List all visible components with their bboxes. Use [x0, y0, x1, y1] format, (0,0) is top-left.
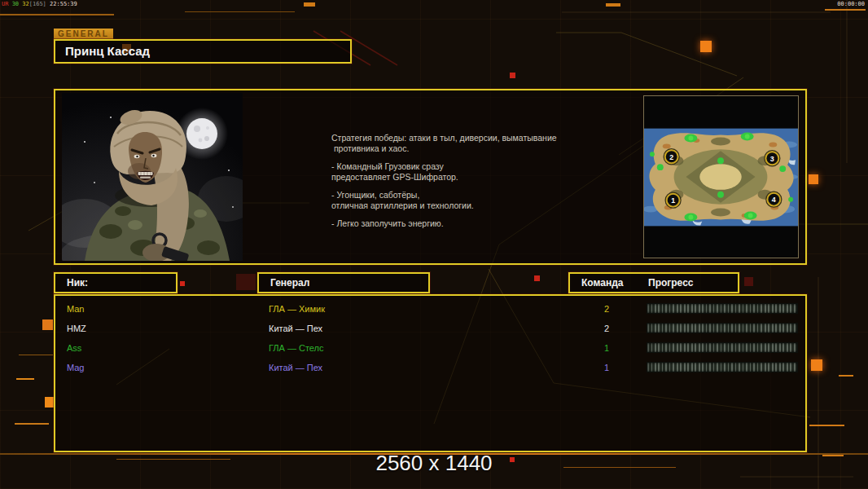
- decor-line: [185, 11, 295, 12]
- stats-segment: 30: [8, 1, 19, 7]
- decor-line: [809, 425, 844, 426]
- strategy-line: - Угонщики, саботёры,: [331, 190, 600, 200]
- strategy-line: [331, 183, 600, 190]
- decor-line: [825, 9, 866, 11]
- gentool-stats-overlay: UR 30 32[165] 22:55:39: [2, 1, 77, 7]
- stats-segment: 32: [19, 1, 29, 7]
- decor-line: [16, 378, 34, 380]
- decor-line: [0, 14, 114, 15]
- decor-square: [811, 359, 822, 371]
- match-timer: 00:00:00: [837, 1, 865, 7]
- player-team-number: 2: [585, 304, 629, 314]
- decor-line: [116, 459, 230, 460]
- map-start-marker: 1: [665, 192, 681, 208]
- map-start-marker: 4: [766, 192, 782, 207]
- decor-line: [15, 423, 49, 425]
- strategy-line: предоставляет GPS-Шифратор.: [331, 172, 600, 183]
- svg-text:3: 3: [770, 155, 774, 163]
- decor-square: [236, 274, 256, 290]
- decor-square: [534, 275, 540, 281]
- map-start-marker: 3: [765, 151, 780, 166]
- decor-square: [809, 174, 818, 184]
- decor-line: [822, 455, 844, 456]
- general-portrait: [62, 93, 243, 261]
- decor-line: [563, 467, 676, 468]
- player-general: Китай — Пех: [269, 363, 322, 372]
- strategy-line: противника и хаос.: [331, 143, 600, 154]
- svg-text:1: 1: [671, 196, 675, 205]
- player-progress-bar: [647, 362, 798, 372]
- map-start-marker: 2: [664, 149, 679, 165]
- player-row: MagКитай — Пех1: [55, 359, 805, 378]
- resolution-label: 2560 x 1440: [375, 451, 492, 476]
- player-general: Китай — Пех: [269, 324, 322, 333]
- player-row: ManГЛА — Химик2: [55, 300, 805, 319]
- lobby-loading-screen: UR 30 32[165] 22:55:39 00:00:00 GENERAL …: [0, 0, 868, 489]
- strategy-line: Стратегия победы: атаки в тыл, диверсии,…: [331, 133, 600, 143]
- strategy-line: отличная артиллерия и технологии.: [331, 200, 600, 211]
- stats-segment: [165]: [29, 1, 46, 7]
- players-panel: ManГЛА — Химик2HMZКитай — Пех2AssГЛА — С…: [54, 294, 807, 452]
- map-image: 1234: [644, 128, 798, 227]
- stats-segment: 22:55:39: [46, 1, 77, 7]
- player-row: AssГЛА — Стелс1: [55, 339, 805, 359]
- svg-text:4: 4: [772, 196, 776, 204]
- decor-line: [19, 355, 53, 355]
- player-progress-bar: [647, 342, 798, 353]
- strategy-text: Стратегия победы: атаки в тыл, диверсии,…: [331, 133, 600, 229]
- decor-square: [510, 457, 515, 462]
- decor-square: [744, 277, 753, 286]
- player-nick: Ass: [67, 343, 81, 353]
- decor-square: [700, 41, 712, 52]
- player-nick: Man: [67, 304, 84, 314]
- player-progress-bar: [647, 303, 798, 314]
- player-team-number: 1: [585, 343, 629, 353]
- strategy-line: [331, 211, 600, 218]
- column-header-general: Генерал: [257, 272, 430, 293]
- player-nick: HMZ: [67, 324, 86, 333]
- decor-dash: [606, 3, 620, 7]
- svg-text:2: 2: [669, 153, 673, 161]
- decor-dash: [304, 2, 315, 7]
- map-preview: 1234: [643, 95, 799, 258]
- player-row: HMZКитай — Пех2: [55, 319, 805, 339]
- strategy-line: - Командный Грузовик сразу: [331, 161, 600, 172]
- decor-line: [839, 375, 853, 377]
- player-progress-bar: [647, 323, 798, 333]
- general-name: Принц Кассад: [55, 41, 350, 62]
- strategy-line: - Легко заполучить энергию.: [331, 218, 600, 229]
- player-nick: Mag: [67, 363, 84, 372]
- general-tab-label: GENERAL: [54, 29, 113, 39]
- player-general: ГЛА — Химик: [269, 304, 325, 314]
- decor-square: [510, 73, 515, 78]
- decor-square: [42, 319, 53, 330]
- column-header-nick: Ник:: [54, 272, 178, 293]
- player-team-number: 2: [585, 324, 629, 333]
- strategy-line: [331, 154, 600, 161]
- player-team-number: 1: [585, 363, 629, 372]
- column-header-team-progress: Команда Прогресс: [568, 272, 739, 293]
- decor-square: [180, 281, 185, 286]
- general-name-box: Принц Кассад: [54, 39, 352, 64]
- player-general: ГЛА — Стелс: [269, 343, 324, 353]
- general-info-panel: Стратегия победы: атаки в тыл, диверсии,…: [54, 89, 807, 265]
